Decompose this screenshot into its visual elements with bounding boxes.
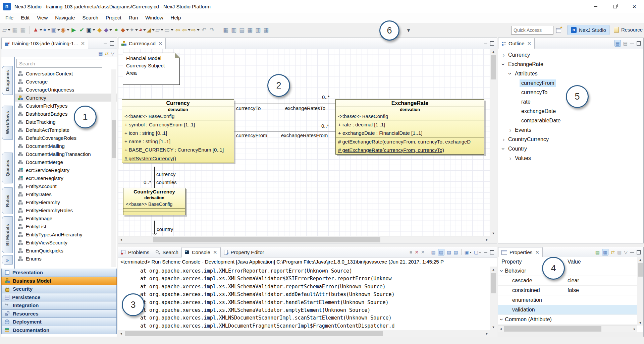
- shield-tool[interactable]: ◆: [96, 25, 103, 34]
- scroll-up-icon[interactable]: ▲: [490, 49, 497, 55]
- window-restore-button[interactable]: [605, 0, 625, 13]
- outline-tree-item[interactable]: Attributes: [498, 69, 643, 78]
- editor-vertical-scrollbar[interactable]: ▲ ▼: [490, 49, 497, 236]
- list-item[interactable]: Coverage: [15, 77, 117, 85]
- run[interactable]: ▶: [70, 25, 77, 34]
- property-value[interactable]: clear: [564, 278, 579, 284]
- class-box-currency[interactable]: Currency derivation <<base>> BaseConfig …: [122, 99, 234, 163]
- outline-tree-item[interactable]: currencyFrom: [498, 78, 643, 88]
- association-currencyFrom[interactable]: [233, 131, 335, 131]
- edge-label-exchangeRatesTo[interactable]: exchangeRatesTo: [285, 105, 325, 111]
- open-perspective-icon[interactable]: [556, 27, 562, 34]
- edge-label-exchangeRatesFrom[interactable]: exchangeRatesFrom: [281, 132, 328, 138]
- class-method[interactable]: # getSystemCurrency(): [122, 154, 234, 163]
- tree-expander-icon[interactable]: [501, 61, 506, 68]
- window-minimize-button[interactable]: [586, 0, 605, 13]
- console-view-tab[interactable]: Console ✕: [181, 247, 221, 257]
- list-scrollbar[interactable]: [111, 69, 116, 267]
- class-method[interactable]: # getExchangeRate(currencyFrom, currency…: [336, 146, 484, 154]
- scrollbar-thumb[interactable]: [112, 120, 116, 158]
- menu-item[interactable]: Run: [125, 13, 142, 23]
- navigator-section[interactable]: Persistence: [1, 293, 117, 302]
- class-attribute[interactable]: + symbol : CurrencyEnum [1..1]: [122, 120, 234, 129]
- menu-item[interactable]: View: [33, 13, 51, 23]
- remove-all-launches[interactable]: ✕: [421, 249, 425, 255]
- annotate-tool[interactable]: ◢: [147, 25, 155, 34]
- association-countries[interactable]: [154, 167, 155, 188]
- outline-tree-item[interactable]: comparableDate: [498, 116, 643, 125]
- list-item[interactable]: DefaultActTemplate: [15, 126, 117, 134]
- list-item[interactable]: Currency: [15, 94, 117, 102]
- list-item[interactable]: EntityTypesAndHierarchy: [15, 230, 117, 238]
- list-item[interactable]: EntityHierarchy: [15, 198, 117, 206]
- separator-2[interactable]: [461, 249, 462, 255]
- grid-editor[interactable]: ▭: [164, 25, 173, 34]
- properties-horizontal-scrollbar[interactable]: ◄ ►: [498, 325, 637, 332]
- outline-tree-item[interactable]: Values: [498, 154, 643, 163]
- search-input[interactable]: [16, 59, 102, 68]
- class-attribute[interactable]: + BASE_CURRENCY : CurrencyEnum [0..1]: [122, 146, 234, 154]
- user-account[interactable]: ◉: [61, 25, 69, 34]
- outline-tree-item[interactable]: Events: [498, 125, 643, 135]
- editor-horizontal-scrollbar[interactable]: ◄ ►: [118, 236, 490, 243]
- list-item[interactable]: DocumentMailingTransaction: [15, 150, 117, 158]
- forward[interactable]: ⇨: [191, 25, 200, 34]
- edge-label-currencyTo[interactable]: currencyTo: [236, 105, 261, 111]
- minimize-icon[interactable]: [484, 250, 487, 253]
- menu-item[interactable]: Search: [78, 13, 102, 23]
- property-row[interactable]: constrained false: [498, 286, 637, 295]
- maximize-icon[interactable]: [490, 41, 494, 46]
- close-icon[interactable]: ✕: [158, 41, 163, 47]
- bug-tool[interactable]: ●: [113, 25, 120, 34]
- maximize-icon[interactable]: [637, 41, 641, 46]
- scrollbar-thumb[interactable]: [153, 237, 380, 242]
- minimize-icon[interactable]: [630, 250, 634, 253]
- uml-note[interactable]: Financial Model Currency Subject Area: [123, 53, 180, 85]
- menu-item[interactable]: Window: [142, 13, 167, 23]
- explorer-vertical-tab[interactable]: Workflows: [2, 106, 13, 140]
- tree-expander-icon[interactable]: [501, 145, 506, 153]
- word-wrap[interactable]: ▤: [447, 249, 451, 255]
- property-row[interactable]: validation: [498, 305, 637, 315]
- terminate[interactable]: ■: [410, 249, 412, 255]
- class-attribute[interactable]: + icon : string [0..1]: [122, 129, 234, 137]
- tree-mode[interactable]: ▦: [602, 249, 608, 255]
- list-item[interactable]: EntityList: [15, 222, 117, 230]
- layout-grid-3[interactable]: ▤: [238, 25, 246, 34]
- close-icon[interactable]: ✕: [213, 249, 217, 255]
- undo[interactable]: ↶: [200, 25, 208, 34]
- navigator-section[interactable]: Presentation: [1, 269, 117, 277]
- outline-tree-item[interactable]: exchangeDate: [498, 107, 643, 116]
- list-item[interactable]: CustomFieldTypes: [15, 102, 117, 110]
- list-item[interactable]: DashboardBadges: [15, 110, 117, 118]
- scrollbar-thumb[interactable]: [638, 263, 643, 277]
- navigator-section[interactable]: Security: [1, 285, 117, 293]
- collapse-all[interactable]: ▦: [98, 51, 103, 56]
- new-property[interactable]: ▤: [595, 249, 600, 255]
- package-tool[interactable]: ◆: [121, 25, 129, 34]
- maximize-icon[interactable]: [637, 250, 641, 254]
- tree-view[interactable]: ▦: [614, 40, 621, 47]
- menu-item[interactable]: Project: [102, 13, 125, 23]
- query-tool[interactable]: ◕: [139, 25, 146, 34]
- layout-grid-4[interactable]: ▦: [246, 25, 254, 34]
- minimize-icon[interactable]: [484, 41, 487, 44]
- layout-grid-5[interactable]: ▥: [254, 25, 262, 34]
- menu-item[interactable]: Help: [167, 13, 185, 23]
- property-row[interactable]: Behavior: [498, 266, 637, 276]
- tree-expander-icon[interactable]: [501, 51, 506, 59]
- scroll-up-icon[interactable]: ▲: [637, 257, 643, 263]
- list-item[interactable]: EnumQuickpicks: [15, 246, 117, 254]
- class-box-exchangerate[interactable]: ExchangeRate derivation <<base>> BaseCon…: [335, 99, 484, 155]
- separator-1[interactable]: [30, 26, 30, 34]
- edge-label-country[interactable]: country: [157, 226, 173, 232]
- tree-expander-icon[interactable]: [507, 70, 513, 77]
- show-console-on-output[interactable]: ▤: [453, 249, 458, 255]
- list-item[interactable]: DocumentMailing: [15, 142, 117, 150]
- list-item[interactable]: EntityDates: [15, 190, 117, 198]
- properties-vertical-scrollbar[interactable]: ▲ ▼: [637, 257, 643, 326]
- navigator-section[interactable]: Documentation: [1, 326, 117, 335]
- quick-access-input[interactable]: [511, 26, 553, 35]
- list-item[interactable]: Enums: [15, 254, 117, 263]
- layout-grid-1[interactable]: ▦: [222, 25, 229, 34]
